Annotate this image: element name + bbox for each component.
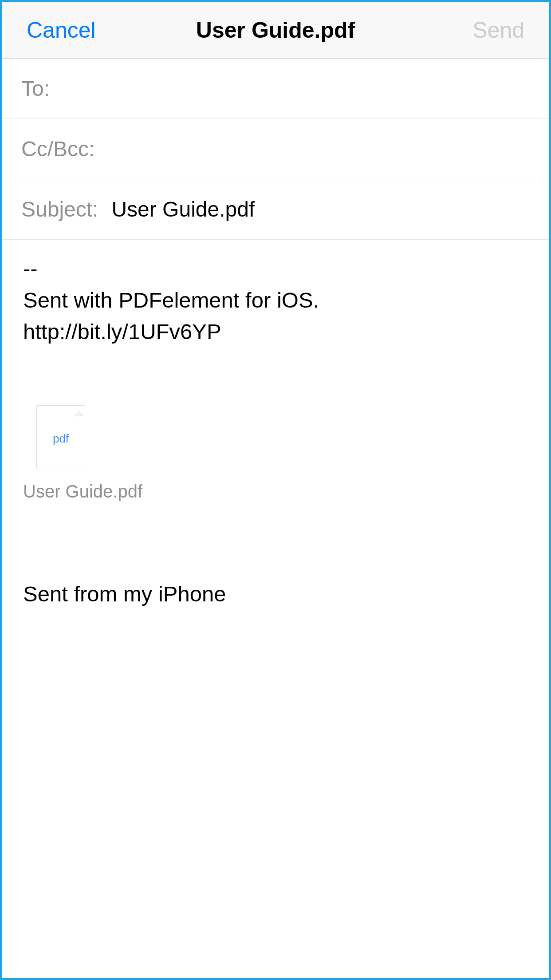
signature-text[interactable]: Sent from my iPhone bbox=[23, 581, 528, 606]
file-icon-label: pdf bbox=[53, 432, 69, 446]
attachment-filename: User Guide.pdf bbox=[23, 482, 142, 502]
to-label: To: bbox=[21, 76, 50, 101]
subject-label: Subject: bbox=[21, 197, 98, 221]
cancel-button[interactable]: Cancel bbox=[27, 17, 96, 43]
subject-field-row[interactable]: Subject: bbox=[2, 179, 549, 240]
send-button[interactable]: Send bbox=[472, 17, 524, 43]
compose-navbar: Cancel User Guide.pdf Send bbox=[2, 2, 549, 59]
ccbcc-input[interactable] bbox=[108, 137, 530, 161]
navbar-title: User Guide.pdf bbox=[196, 17, 355, 43]
ccbcc-field-row[interactable]: Cc/Bcc: bbox=[2, 119, 549, 179]
pdf-file-icon: pdf bbox=[36, 405, 85, 469]
message-body[interactable]: -- Sent with PDFelement for iOS. http://… bbox=[2, 240, 549, 620]
subject-input[interactable] bbox=[111, 197, 530, 221]
to-field-row[interactable]: To: bbox=[2, 59, 549, 119]
ccbcc-label: Cc/Bcc: bbox=[21, 137, 94, 161]
attachment[interactable]: pdf User Guide.pdf bbox=[23, 405, 142, 502]
body-text[interactable]: -- Sent with PDFelement for iOS. http://… bbox=[23, 253, 528, 348]
to-input[interactable] bbox=[63, 76, 530, 101]
